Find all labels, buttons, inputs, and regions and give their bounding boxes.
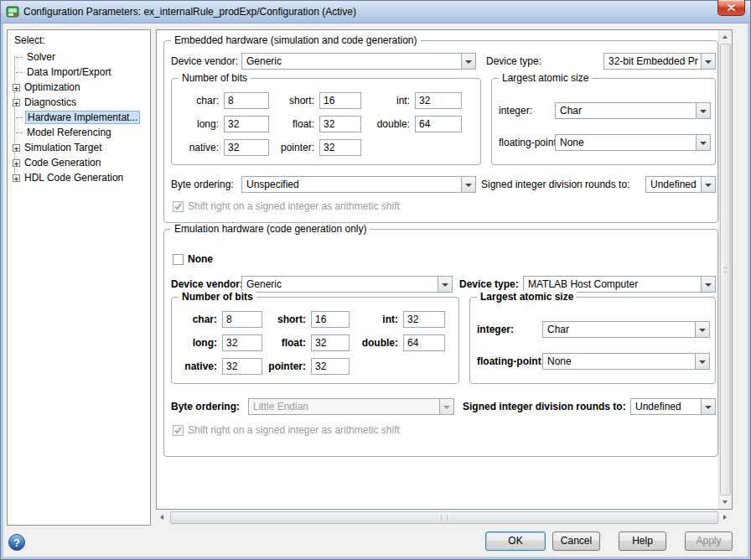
emulation-device-type-select[interactable]: MATLAB Host Computer: [523, 276, 716, 293]
scrollbar-grip-icon: [441, 515, 448, 521]
horizontal-scrollbar-thumb[interactable]: [170, 511, 718, 524]
short-bits-label: short:: [272, 95, 316, 106]
embedded-floating-point-atomic-value: None: [556, 135, 696, 150]
sidebar-item-solver[interactable]: Solver: [9, 49, 150, 65]
long-bits-label: long:: [179, 118, 220, 130]
expand-plus-icon[interactable]: [13, 159, 20, 167]
embedded-floating-point-atomic-select[interactable]: None: [555, 134, 711, 151]
pointer-bits-label: pointer:: [272, 142, 316, 153]
emulation-native-bits-input[interactable]: [222, 358, 262, 375]
window-title: Configuration Parameters: ex_internalRul…: [23, 6, 356, 18]
vertical-scrollbar-thumb[interactable]: [720, 44, 731, 495]
embedded-float-bits-input[interactable]: [319, 116, 361, 132]
embedded-pointer-bits-input[interactable]: [319, 139, 361, 156]
chevron-down-icon: [461, 177, 475, 192]
arrow-down-icon: [723, 500, 728, 504]
close-icon: [728, 2, 735, 13]
context-help-button[interactable]: ?: [8, 534, 25, 551]
sidebar-item-code-generation[interactable]: Code Generation: [9, 155, 150, 170]
sidebar-item-diagnostics[interactable]: Diagnostics: [9, 95, 150, 110]
ok-button[interactable]: OK: [485, 531, 546, 551]
embedded-integer-atomic-select[interactable]: Char: [555, 102, 711, 119]
config-tree: Solver Data Import/Export Optimization D…: [8, 49, 150, 185]
emulation-integer-atomic-value: Char: [543, 322, 695, 337]
embedded-int-bits-input[interactable]: [415, 92, 462, 109]
sidebar-item-model-referencing[interactable]: Model Referencing: [9, 125, 150, 140]
config-parameters-window: Configuration Parameters: ex_internalRul…: [0, 0, 751, 560]
expand-plus-icon[interactable]: [13, 174, 20, 182]
close-button[interactable]: [717, 0, 745, 16]
emulation-floating-point-atomic-select[interactable]: None: [542, 353, 710, 370]
emulation-device-vendor-label: Device vendor:: [171, 276, 243, 293]
embedded-shift-right-label: Shift right on a signed integer as arith…: [188, 200, 400, 212]
scroll-left-button[interactable]: [156, 511, 170, 524]
scroll-right-button[interactable]: [718, 511, 733, 524]
dialog-buttons: OK Cancel Help Apply: [485, 531, 733, 551]
embedded-hardware-group-title: Embedded hardware (simulation and code g…: [171, 34, 421, 46]
embedded-integer-atomic-value: Char: [556, 103, 696, 118]
emulation-short-bits-input[interactable]: [311, 311, 350, 328]
chevron-down-icon: [696, 103, 710, 118]
char-bits-label: char:: [179, 95, 220, 106]
expand-plus-icon[interactable]: [13, 144, 20, 152]
tree-branch-icon: [16, 72, 23, 73]
sidebar-item-optimization[interactable]: Optimization: [9, 80, 150, 95]
embedded-device-type-select[interactable]: 32-bit Embedded Pr: [603, 53, 716, 70]
emulation-pointer-bits-input[interactable]: [311, 358, 350, 375]
embedded-signed-division-select[interactable]: Undefined: [645, 176, 716, 193]
emulation-integer-atomic-select[interactable]: Char: [542, 321, 710, 338]
embedded-char-bits-input[interactable]: [224, 92, 269, 109]
checkbox-checked-icon: [173, 201, 184, 212]
horizontal-scrollbar[interactable]: [156, 511, 733, 525]
emulation-signed-division-select[interactable]: Undefined: [630, 398, 716, 415]
sidebar-item-hdl-code-generation[interactable]: HDL Code Generation: [9, 170, 150, 185]
help-button[interactable]: Help: [619, 531, 666, 551]
embedded-byte-ordering-select[interactable]: Unspecified: [241, 176, 476, 193]
sidebar-item-data-import-export[interactable]: Data Import/Export: [9, 65, 150, 80]
sidebar-item-simulation-target[interactable]: Simulation Target: [9, 140, 150, 155]
emulation-none-checkbox[interactable]: None: [173, 253, 213, 265]
sidebar-item-label: Diagnostics: [23, 96, 78, 109]
emulation-largest-atomic-title: Largest atomic size: [477, 291, 577, 303]
emulation-double-bits-input[interactable]: [403, 334, 445, 351]
titlebar[interactable]: Configuration Parameters: ex_internalRul…: [1, 1, 750, 23]
sidebar-item-label: Model Referencing: [25, 126, 113, 139]
tree-branch-icon: [16, 57, 23, 58]
arrow-up-icon: [723, 35, 728, 39]
emulation-signed-division-label: Signed integer division rounds to:: [463, 398, 626, 415]
embedded-double-bits-input[interactable]: [415, 116, 462, 132]
cancel-button[interactable]: Cancel: [552, 531, 600, 551]
chevron-down-icon: [701, 177, 715, 192]
int-bits-label: int:: [365, 95, 412, 106]
scroll-down-button[interactable]: [719, 495, 732, 509]
select-tree-panel: Select: Solver Data Import/Export Optimi…: [7, 29, 151, 526]
embedded-hardware-group: Embedded hardware (simulation and code g…: [163, 40, 718, 223]
emulation-char-bits-input[interactable]: [222, 311, 262, 328]
emulation-float-bits-input[interactable]: [311, 334, 350, 351]
embedded-largest-atomic-title: Largest atomic size: [499, 72, 592, 84]
embedded-native-bits-input[interactable]: [224, 139, 269, 156]
emulation-byte-ordering-label: Byte ordering:: [171, 398, 240, 415]
native-bits-label: native:: [179, 360, 219, 372]
embedded-long-bits-input[interactable]: [224, 116, 269, 132]
expand-plus-icon[interactable]: [13, 99, 20, 106]
emulation-hardware-group: Emulation hardware (code generation only…: [163, 229, 718, 457]
embedded-number-of-bits-group: Number of bits char: short: int: long: f…: [171, 78, 481, 165]
scroll-up-button[interactable]: [719, 30, 732, 44]
expand-plus-icon[interactable]: [13, 84, 20, 91]
embedded-short-bits-input[interactable]: [319, 92, 361, 109]
emulation-int-bits-input[interactable]: [403, 311, 445, 328]
double-bits-label: double:: [365, 118, 412, 130]
emulation-number-of-bits-title: Number of bits: [179, 291, 256, 303]
sidebar-item-hardware-implementation[interactable]: Hardware Implementat...: [9, 110, 150, 125]
float-bits-label: float:: [272, 118, 316, 130]
sidebar-item-label: Optimization: [23, 80, 82, 94]
emulation-integer-atomic-label: integer:: [477, 321, 514, 338]
emulation-device-vendor-select[interactable]: Generic: [241, 276, 453, 293]
vertical-scrollbar[interactable]: [718, 30, 732, 509]
chevron-down-icon: [701, 54, 715, 69]
embedded-device-type-value: 32-bit Embedded Pr: [604, 54, 701, 69]
select-label: Select:: [8, 30, 150, 49]
embedded-device-vendor-select[interactable]: Generic: [241, 53, 476, 70]
emulation-long-bits-input[interactable]: [222, 334, 262, 351]
